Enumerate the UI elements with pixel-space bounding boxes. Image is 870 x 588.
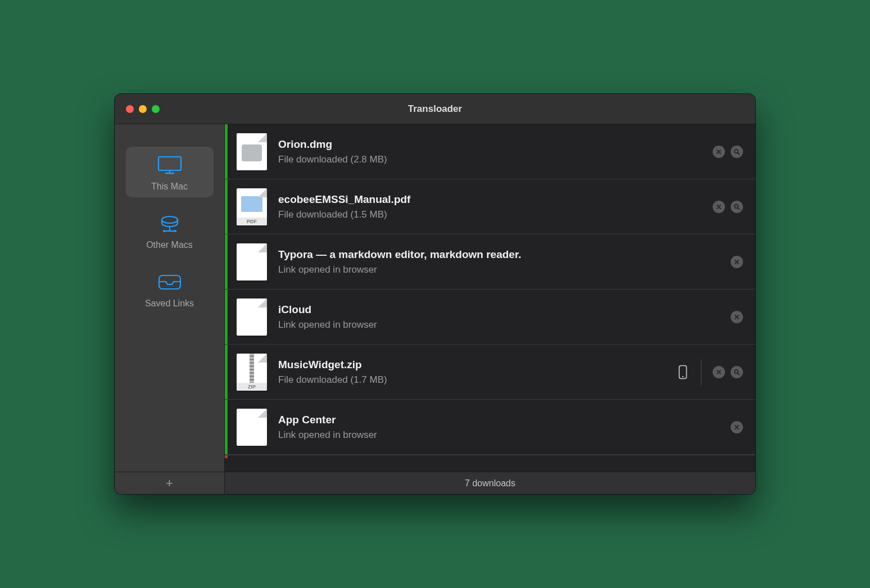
row-text: App CenterLink opened in browser	[278, 414, 731, 441]
footer: + 7 downloads	[115, 472, 755, 494]
list-item[interactable]: PDFecobeeEMSSi_Manual.pdfFile downloaded…	[225, 179, 755, 234]
row-text: MusicWidget.zipFile downloaded (1.7 MB)	[278, 359, 676, 386]
sidebar-item-this-mac[interactable]: This Mac	[126, 147, 214, 197]
row-actions	[731, 311, 743, 323]
inbox-icon	[155, 272, 184, 293]
row-text: Orion.dmgFile downloaded (2.8 MB)	[278, 138, 713, 165]
remove-button[interactable]	[731, 421, 743, 433]
reveal-button[interactable]	[731, 146, 743, 158]
status-accent	[225, 290, 228, 344]
svg-line-10	[738, 152, 740, 154]
list-item[interactable]: ZIPMusicWidget.zipFile downloaded (1.7 M…	[225, 345, 755, 400]
status-accent	[225, 234, 228, 289]
status-accent	[225, 400, 228, 454]
list-item[interactable]: Typora — a markdown editor, markdown rea…	[225, 234, 755, 290]
status-text: 7 downloads	[465, 478, 515, 489]
status-accent	[225, 455, 228, 458]
row-actions	[731, 421, 743, 433]
sidebar: This MacOther MacsSaved Links	[115, 124, 225, 472]
svg-rect-1	[165, 173, 174, 174]
titlebar: Transloader	[115, 94, 755, 124]
footer-sidebar: +	[115, 472, 225, 494]
remove-button[interactable]	[713, 366, 725, 378]
remove-button[interactable]	[731, 311, 743, 323]
download-list[interactable]: Orion.dmgFile downloaded (2.8 MB)PDFecob…	[225, 124, 755, 472]
minimize-window-button[interactable]	[139, 105, 147, 113]
item-title: Orion.dmg	[278, 138, 713, 151]
sidebar-item-other-macs[interactable]: Other Macs	[126, 205, 214, 256]
svg-point-6	[163, 230, 165, 232]
sidebar-item-label: Saved Links	[129, 298, 210, 309]
svg-point-14	[682, 376, 683, 377]
window-title: Transloader	[408, 103, 462, 115]
row-actions	[713, 146, 743, 158]
file-type-tag: ZIP	[237, 383, 267, 391]
sidebar-item-saved-links[interactable]: Saved Links	[126, 264, 214, 314]
main-panel: Orion.dmgFile downloaded (2.8 MB)PDFecob…	[225, 124, 755, 472]
status-accent	[225, 345, 228, 399]
file-thumbnail: PDF	[237, 188, 267, 225]
item-title: MusicWidget.zip	[278, 359, 676, 371]
file-thumbnail	[237, 133, 267, 170]
svg-rect-0	[158, 157, 181, 170]
remove-button[interactable]	[713, 146, 725, 158]
item-title: App Center	[278, 414, 731, 426]
svg-line-12	[738, 207, 740, 209]
list-item[interactable]: App CenterLink opened in browser	[225, 400, 755, 455]
status-accent	[225, 179, 228, 234]
item-subtitle: Link opened in browser	[278, 429, 731, 441]
item-subtitle: File downloaded (2.8 MB)	[278, 154, 713, 165]
row-text: Typora — a markdown editor, markdown rea…	[278, 248, 731, 275]
network-drive-icon	[155, 213, 184, 234]
close-window-button[interactable]	[126, 105, 134, 113]
row-text: ecobeeEMSSi_Manual.pdfFile downloaded (1…	[278, 193, 713, 220]
file-thumbnail	[237, 409, 267, 446]
reveal-button[interactable]	[731, 201, 743, 213]
file-thumbnail: ZIP	[237, 354, 267, 391]
add-button[interactable]: +	[166, 476, 173, 491]
item-title: Typora — a markdown editor, markdown rea…	[278, 248, 731, 261]
reveal-button[interactable]	[731, 366, 743, 378]
action-separator	[701, 359, 701, 385]
item-subtitle: File downloaded (1.5 MB)	[278, 209, 713, 220]
row-text: iCloudLink opened in browser	[278, 304, 731, 331]
file-type-tag: PDF	[237, 218, 267, 225]
row-actions	[731, 256, 743, 268]
file-thumbnail	[237, 243, 267, 281]
app-window: Transloader This MacOther MacsSaved Link…	[115, 94, 755, 494]
svg-point-7	[174, 230, 176, 232]
item-title: ecobeeEMSSi_Manual.pdf	[278, 193, 713, 206]
zoom-window-button[interactable]	[152, 105, 160, 113]
sidebar-item-label: This Mac	[129, 182, 210, 192]
svg-point-3	[162, 216, 178, 223]
window-body: This MacOther MacsSaved Links Orion.dmgF…	[115, 124, 755, 472]
list-item[interactable]: Orion.dmgFile downloaded (2.8 MB)	[225, 124, 755, 179]
row-actions	[676, 359, 743, 385]
remove-button[interactable]	[731, 256, 743, 268]
list-item[interactable]: iCloudLink opened in browser	[225, 290, 755, 345]
item-subtitle: Link opened in browser	[278, 264, 731, 275]
send-to-device-button[interactable]	[676, 365, 690, 379]
desktop-icon	[155, 155, 184, 176]
svg-line-16	[738, 373, 740, 374]
list-item-partial	[225, 455, 755, 458]
item-subtitle: Link opened in browser	[278, 319, 731, 331]
remove-button[interactable]	[713, 201, 725, 213]
row-actions	[713, 201, 743, 213]
sidebar-item-label: Other Macs	[129, 240, 210, 250]
item-subtitle: File downloaded (1.7 MB)	[278, 374, 676, 386]
status-bar: 7 downloads	[225, 472, 755, 494]
traffic-lights	[126, 105, 160, 113]
item-title: iCloud	[278, 304, 731, 316]
file-thumbnail	[237, 298, 267, 336]
status-accent	[225, 124, 228, 179]
